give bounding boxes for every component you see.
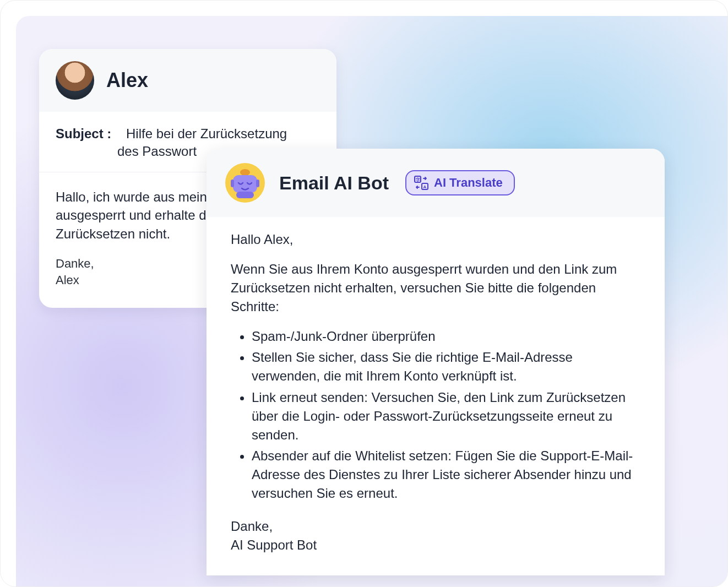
bot-name: Email AI Bot	[279, 172, 389, 194]
svg-text:A: A	[423, 184, 427, 189]
bot-steps-list: Spam-/Junk-Ordner überprüfen Stellen Sie…	[231, 327, 640, 503]
subject-line-1: Hilfe bei der Zurücksetzung	[126, 126, 287, 141]
user-email-header: Alex	[39, 49, 336, 112]
svg-point-0	[240, 169, 250, 176]
bot-step: Absender auf die Whitelist setzen: Fügen…	[252, 447, 640, 503]
bot-greeting: Hallo Alex,	[231, 230, 640, 249]
svg-text:字: 字	[416, 177, 420, 182]
bot-sign-name: AI Support Bot	[231, 536, 640, 555]
translate-icon: 字 A	[414, 176, 428, 190]
bot-step: Spam-/Junk-Ordner überprüfen	[252, 327, 640, 346]
svg-rect-3	[256, 180, 259, 187]
ai-translate-button[interactable]: 字 A AI Translate	[405, 170, 515, 195]
bot-intro: Wenn Sie aus Ihrem Konto ausgesperrt wur…	[231, 260, 640, 316]
bot-reply-header: Email AI Bot 字 A AI Translate	[207, 149, 665, 217]
bot-reply-card: Email AI Bot 字 A AI Translate Hallo Alex…	[207, 149, 665, 575]
bot-step: Stellen Sie sicher, dass Sie die richtig…	[252, 348, 640, 385]
bot-step: Link erneut senden: Versuchen Sie, den L…	[252, 388, 640, 444]
bot-reply-body: Hallo Alex, Wenn Sie aus Ihrem Konto aus…	[207, 217, 665, 575]
user-avatar	[56, 61, 94, 100]
svg-rect-4	[236, 192, 254, 198]
bot-avatar-icon	[225, 163, 265, 203]
app-stage: Alex Subject : Hilfe bei der Zurücksetzu…	[0, 0, 728, 587]
ai-translate-label: AI Translate	[434, 176, 503, 190]
subject-label: Subject :	[56, 126, 111, 141]
user-name: Alex	[106, 69, 148, 92]
bot-sign-thanks: Danke,	[231, 517, 640, 536]
svg-rect-2	[231, 180, 234, 187]
